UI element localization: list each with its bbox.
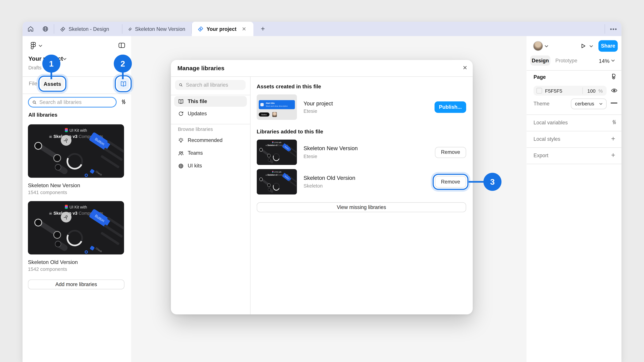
present-chevron-down-icon[interactable] <box>589 45 593 48</box>
file-owner: Etesie <box>304 108 428 114</box>
toggle-component-art <box>268 158 274 164</box>
tab-skeleton-design[interactable]: Skeleton - Design <box>54 22 122 36</box>
tab-divider <box>604 24 605 33</box>
styles-swatch-icon[interactable] <box>611 73 618 80</box>
globe-icon <box>42 25 49 32</box>
spinner-component-art <box>273 153 280 161</box>
menu-chevron-down-icon[interactable] <box>38 44 42 47</box>
divider <box>582 87 583 94</box>
remove-library-button[interactable]: Remove <box>435 147 466 158</box>
modal-search-input[interactable] <box>186 82 242 88</box>
project-chevron-down-icon[interactable] <box>63 57 66 60</box>
remove-library-button-highlighted[interactable]: Remove <box>435 176 466 188</box>
tab-label: Skeleton - Design <box>68 26 109 32</box>
main-menu-button[interactable] <box>29 41 38 50</box>
zoom-chevron-down-icon[interactable] <box>611 59 615 62</box>
close-tab-icon[interactable]: ✕ <box>242 26 246 32</box>
user-avatar[interactable] <box>533 41 543 51</box>
add-export-plus-icon[interactable]: + <box>611 151 615 160</box>
tab-overflow-button[interactable]: ••• <box>608 22 620 36</box>
search-icon <box>178 82 183 87</box>
library-name: Skeleton New Version <box>304 145 428 151</box>
nav-label: This file <box>188 98 207 104</box>
library-card-skeleton-new[interactable]: UI Kit with ☠Skeleton v3 Components Butt… <box>28 124 124 195</box>
zoom-level[interactable]: 14% <box>599 58 610 64</box>
remove-theme-minus-icon[interactable] <box>611 103 617 103</box>
book-icon <box>120 80 127 87</box>
percent-sign: % <box>598 88 603 94</box>
nav-this-file[interactable]: This file <box>174 96 247 107</box>
add-more-libraries-button[interactable]: Add more libraries <box>28 280 124 290</box>
page-opacity-value[interactable]: 100 <box>587 88 596 94</box>
new-tab-button[interactable]: + <box>258 22 268 36</box>
tab-bar: Skeleton - Design Skeleton New Version Y… <box>23 22 622 36</box>
view-missing-libraries-button[interactable]: View missing libraries <box>257 202 466 212</box>
alert-icon-art <box>260 103 264 106</box>
lightbulb-icon <box>178 137 184 143</box>
slider-component-art <box>260 148 270 157</box>
page-color-row[interactable]: F5F5F5 100 % <box>534 86 606 96</box>
tab-label: Skeleton New Version <box>135 26 185 32</box>
skull-icon: ☠ <box>266 174 267 176</box>
tab-assets-label: Assets <box>44 81 61 87</box>
tab-file[interactable]: File <box>29 80 37 87</box>
nav-updates[interactable]: Updates <box>174 108 247 119</box>
slider-component-art <box>36 219 61 238</box>
color-swatch[interactable] <box>536 88 542 93</box>
share-button[interactable]: Share <box>598 40 618 52</box>
avatar-chevron-down-icon[interactable] <box>544 45 548 48</box>
toggle-component-art <box>54 239 69 252</box>
publish-button[interactable]: Publish... <box>434 101 466 113</box>
page-section-heading: Page <box>534 74 546 80</box>
divider <box>23 76 131 77</box>
nav-label: Recommended <box>188 137 222 143</box>
radio-component-art <box>84 250 88 254</box>
visibility-eye-icon[interactable] <box>611 87 618 94</box>
theme-select[interactable]: cerberus <box>571 98 606 109</box>
toggle-sidebar-button[interactable] <box>118 41 126 49</box>
sidebar-search[interactable] <box>28 97 117 108</box>
divider <box>171 95 250 95</box>
tab-label: Your project <box>206 26 236 32</box>
sidebar-search-input[interactable] <box>40 99 112 105</box>
add-style-plus-icon[interactable]: + <box>611 135 615 143</box>
your-project-thumbnail: Alert title Short and clear description … <box>257 94 297 120</box>
library-thumbnail: UI Kit with ☠Skeleton v3 Components Butt… <box>257 140 297 165</box>
community-button[interactable] <box>39 22 51 36</box>
divider <box>526 147 622 148</box>
tab-assets[interactable]: Assets <box>40 78 64 89</box>
select-chevron-down-icon <box>599 103 602 105</box>
book-icon <box>178 98 184 105</box>
modal-close-icon[interactable]: ✕ <box>462 64 468 71</box>
page-color-value[interactable]: F5F5F5 <box>545 88 562 94</box>
tab-design[interactable]: Design <box>530 55 550 66</box>
modal-title: Manage libraries <box>178 65 224 71</box>
modal-search[interactable] <box>175 80 246 90</box>
teams-people-icon <box>178 150 184 156</box>
globe-icon <box>178 163 184 169</box>
variables-sliders-icon[interactable] <box>611 119 617 125</box>
filter-sliders-icon[interactable] <box>120 98 127 105</box>
figma-mini-logo-icon <box>272 171 273 173</box>
libraries-button[interactable] <box>117 78 129 90</box>
checkbox-component-art <box>90 169 95 174</box>
divider <box>23 93 131 94</box>
toggle-component-art <box>54 163 69 175</box>
nav-teams[interactable]: Teams <box>174 148 247 159</box>
skull-icon: ☠ <box>266 144 267 146</box>
present-button[interactable] <box>580 42 587 50</box>
search-icon <box>32 99 37 105</box>
nav-label: Updates <box>188 111 207 116</box>
refresh-icon <box>178 111 184 117</box>
tab-skeleton-new-version[interactable]: Skeleton New Version <box>122 22 191 36</box>
tab-your-project-active[interactable]: Your project ✕ <box>192 22 254 36</box>
nav-ui-kits[interactable]: UI kits <box>174 161 247 171</box>
library-row-skeleton-old: UI Kit with ☠Skeleton v3 Components Butt… <box>257 169 466 195</box>
spinner-component-art <box>66 230 83 246</box>
divider <box>526 114 622 115</box>
library-card-skeleton-old[interactable]: UI Kit with ☠Skeleton v3 Components Butt… <box>28 201 124 272</box>
home-button[interactable] <box>24 22 36 36</box>
nav-recommended[interactable]: Recommended <box>174 135 247 146</box>
local-variables-heading: Local variables <box>534 120 568 125</box>
tab-prototype[interactable]: Prototype <box>554 55 579 66</box>
